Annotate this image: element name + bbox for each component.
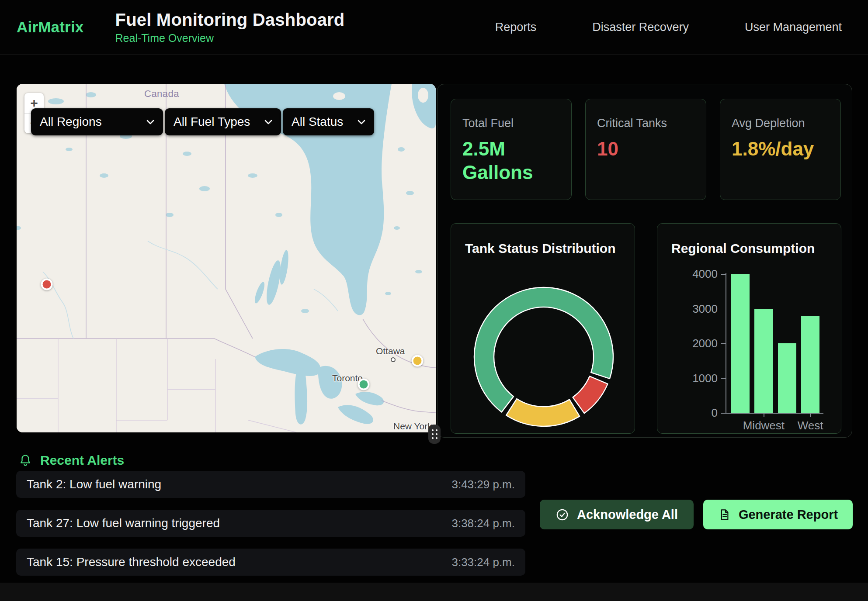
fuel-sites-map[interactable]: Canada + − All Regions All Fuel Types Al… — [17, 84, 436, 432]
bell-icon — [18, 453, 32, 467]
alert-text: Tank 2: Low fuel warning — [27, 477, 161, 491]
stat-label: Critical Tanks — [597, 117, 694, 130]
fuel-type-filter-select[interactable]: All Fuel Types — [165, 108, 281, 135]
y-tick-mark — [721, 274, 726, 275]
tank-marker-normal[interactable] — [358, 378, 370, 390]
alert-text: Tank 15: Pressure threshold exceeded — [27, 555, 236, 569]
tank-status-chart-card: Tank Status Distribution — [451, 223, 635, 434]
bar-region-1 — [754, 309, 773, 413]
map-filters: All Regions All Fuel Types All Status — [31, 108, 374, 135]
x-tick-mark — [810, 414, 811, 417]
x-axis-line — [726, 413, 823, 414]
alert-time: 3:33:24 p.m. — [451, 556, 515, 569]
y-tick-label: 0 — [657, 406, 718, 420]
page-subtitle: Real-Time Overview — [115, 32, 345, 45]
region-filter-value: All Regions — [40, 115, 102, 129]
brand-logo: AirMatrix — [17, 18, 84, 36]
stat-value: 10 — [597, 137, 687, 161]
stat-label: Avg Depletion — [732, 117, 829, 130]
chevron-down-icon — [146, 120, 154, 124]
x-tick-label: Midwest — [737, 419, 790, 432]
alert-row: Tank 27: Low fuel warning triggered 3:38… — [16, 510, 525, 537]
check-circle-icon — [556, 508, 569, 522]
chevron-down-icon — [264, 120, 272, 124]
regional-consumption-bar-chart: 01000200030004000MidwestWest — [657, 224, 841, 434]
y-tick-label: 4000 — [657, 267, 718, 281]
nav-item-user-management[interactable]: User Management — [745, 21, 842, 34]
alert-time: 3:43:29 p.m. — [451, 478, 515, 491]
alert-text: Tank 27: Low fuel warning triggered — [27, 516, 220, 530]
donut-segment-warning — [506, 399, 580, 426]
page-title: Fuel Monitoring Dashboard — [115, 10, 345, 30]
chevron-down-icon — [358, 120, 365, 124]
fuel-type-filter-value: All Fuel Types — [174, 115, 250, 129]
y-tick-mark — [721, 343, 726, 344]
stat-value: 2.5M Gallons — [462, 137, 552, 184]
stat-card-avg-depletion: Avg Depletion 1.8%/day — [720, 99, 841, 200]
alerts-title: Recent Alerts — [40, 453, 124, 468]
alerts-header: Recent Alerts — [18, 453, 124, 468]
alert-time: 3:38:24 p.m. — [451, 517, 515, 530]
alert-row: Tank 15: Pressure threshold exceeded 3:3… — [16, 549, 525, 576]
y-tick-mark — [721, 378, 726, 379]
title-block: Fuel Monitoring Dashboard Real-Time Over… — [115, 10, 345, 45]
markers-layer — [17, 84, 436, 432]
stat-card-total-fuel: Total Fuel 2.5M Gallons — [451, 99, 572, 200]
bar-region-0 — [731, 274, 750, 413]
document-icon — [718, 508, 731, 521]
stat-label: Total Fuel — [462, 117, 560, 130]
y-tick-label: 1000 — [657, 372, 718, 385]
y-tick-label: 2000 — [657, 337, 718, 350]
y-axis-line — [726, 273, 726, 413]
bar-region-2 — [778, 343, 796, 413]
x-tick-label: West — [784, 419, 837, 432]
app-header: AirMatrix Fuel Monitoring Dashboard Real… — [0, 0, 868, 55]
y-tick-mark — [721, 309, 726, 310]
nav-item-disaster-recovery[interactable]: Disaster Recovery — [592, 21, 689, 34]
x-tick-mark — [764, 414, 764, 417]
tank-status-donut-chart — [451, 242, 635, 434]
main-nav: Reports Disaster Recovery User Managemen… — [495, 21, 842, 34]
region-filter-select[interactable]: All Regions — [31, 108, 163, 135]
generate-report-button[interactable]: Generate Report — [703, 500, 853, 529]
acknowledge-all-button[interactable]: Acknowledge All — [540, 500, 694, 529]
y-tick-mark — [721, 413, 726, 414]
bar-region-3 — [801, 316, 819, 413]
map-resize-handle[interactable] — [428, 425, 441, 444]
nav-item-reports[interactable]: Reports — [495, 21, 537, 34]
tank-marker-critical[interactable] — [41, 278, 53, 290]
donut-segment-critical — [573, 376, 608, 413]
tank-marker-warning[interactable] — [411, 355, 423, 366]
metrics-panel: Total Fuel 2.5M Gallons Critical Tanks 1… — [437, 84, 852, 438]
stat-value: 1.8%/day — [732, 137, 821, 161]
footer-strip — [0, 583, 868, 601]
generate-report-label: Generate Report — [739, 508, 838, 522]
acknowledge-all-label: Acknowledge All — [577, 508, 678, 522]
status-filter-value: All Status — [292, 115, 343, 129]
stat-card-critical-tanks: Critical Tanks 10 — [585, 99, 706, 200]
regional-consumption-chart-card: Regional Consumption 01000200030004000Mi… — [657, 223, 841, 434]
alert-row: Tank 2: Low fuel warning 3:43:29 p.m. — [16, 471, 525, 498]
y-tick-label: 3000 — [657, 302, 718, 316]
status-filter-select[interactable]: All Status — [283, 108, 374, 135]
